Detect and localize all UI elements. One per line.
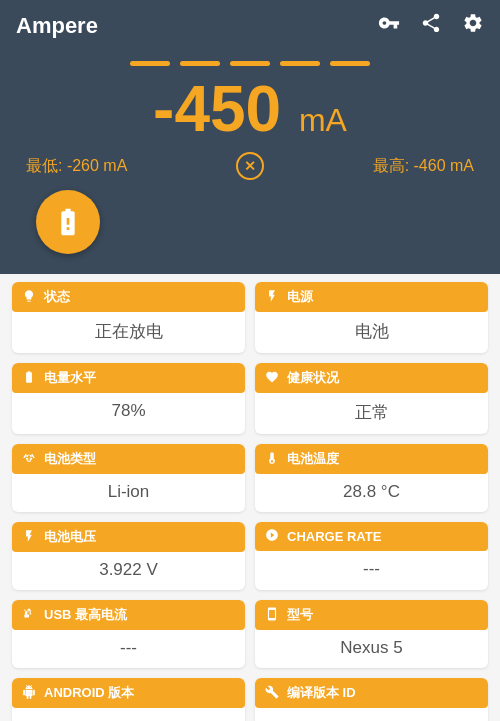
cell-battery-type-header: 电池类型	[12, 444, 245, 474]
cell-model: 型号 Nexus 5	[255, 600, 488, 668]
cell-usb-current: USB 最高电流 ---	[12, 600, 245, 668]
lightbulb-icon	[22, 289, 36, 306]
cell-temperature: 电池温度 28.8 °C	[255, 444, 488, 512]
info-grid: 状态 正在放电 电源 电池 电量水平 78%	[12, 282, 488, 721]
cell-status: 状态 正在放电	[12, 282, 245, 353]
cell-voltage-label: 电池电压	[44, 528, 96, 546]
minmax-row: 最低: -260 mA ✕ 最高: -460 mA	[16, 152, 484, 180]
cell-model-value: Nexus 5	[255, 630, 488, 668]
charge-rate-icon	[265, 528, 279, 545]
cell-battery-type-value: Li-ion	[12, 474, 245, 512]
cell-voltage-header: 电池电压	[12, 522, 245, 552]
current-unit: mA	[299, 102, 347, 138]
cell-temperature-header: 电池温度	[255, 444, 488, 474]
cell-usb-current-value: ---	[12, 630, 245, 668]
cell-health-header: 健康状况	[255, 363, 488, 393]
cell-android-version: ANDROID 版本	[12, 678, 245, 721]
cell-battery-level-header: 电量水平	[12, 363, 245, 393]
cell-build-id-label: 编译版本 ID	[287, 684, 356, 702]
dash-5	[330, 61, 370, 66]
app-header: Ampere	[0, 0, 500, 51]
share-icon[interactable]	[420, 12, 442, 39]
cell-usb-current-header: USB 最高电流	[12, 600, 245, 630]
dash-1	[130, 61, 170, 66]
bolt-icon	[22, 529, 36, 546]
phone-icon	[265, 607, 279, 624]
thermometer-icon	[265, 451, 279, 468]
cell-status-label: 状态	[44, 288, 70, 306]
battery-icon-circle	[36, 190, 100, 254]
dash-2	[180, 61, 220, 66]
recycle-icon	[22, 451, 36, 468]
cell-health-label: 健康状况	[287, 369, 339, 387]
signal-dashes	[16, 61, 484, 66]
cell-voltage-value: 3.922 V	[12, 552, 245, 590]
cell-battery-level-label: 电量水平	[44, 369, 96, 387]
power-icon	[265, 289, 279, 306]
cell-status-header: 状态	[12, 282, 245, 312]
cell-model-header: 型号	[255, 600, 488, 630]
android-icon	[22, 685, 36, 702]
key-icon[interactable]	[378, 12, 400, 39]
cell-temperature-label: 电池温度	[287, 450, 339, 468]
battery-level-icon	[22, 370, 36, 387]
cell-android-version-header: ANDROID 版本	[12, 678, 245, 708]
max-value: 最高: -460 mA	[373, 156, 474, 177]
battery-circle-container	[16, 190, 484, 254]
cell-charge-rate-header: CHARGE RATE	[255, 522, 488, 551]
current-value: -450	[153, 73, 281, 145]
cell-model-label: 型号	[287, 606, 313, 624]
minmax-divider-icon: ✕	[236, 152, 264, 180]
cell-status-value: 正在放电	[12, 312, 245, 353]
cell-usb-current-label: USB 最高电流	[44, 606, 127, 624]
cell-build-id-header: 编译版本 ID	[255, 678, 488, 708]
app-title: Ampere	[16, 13, 98, 39]
cell-android-version-label: ANDROID 版本	[44, 684, 134, 702]
cell-power-source-label: 电源	[287, 288, 313, 306]
cell-voltage: 电池电压 3.922 V	[12, 522, 245, 590]
cell-build-id: 编译版本 ID	[255, 678, 488, 721]
header-icon-group	[378, 12, 484, 39]
top-section: -450 mA 最低: -260 mA ✕ 最高: -460 mA	[0, 51, 500, 274]
cell-battery-type-label: 电池类型	[44, 450, 96, 468]
cell-android-version-value	[12, 708, 245, 721]
wrench-icon	[265, 685, 279, 702]
min-value: 最低: -260 mA	[26, 156, 127, 177]
cell-charge-rate-value: ---	[255, 551, 488, 589]
dash-3	[230, 61, 270, 66]
cell-health-value: 正常	[255, 393, 488, 434]
info-grid-section: 状态 正在放电 电源 电池 电量水平 78%	[0, 274, 500, 721]
cell-health: 健康状况 正常	[255, 363, 488, 434]
cell-temperature-value: 28.8 °C	[255, 474, 488, 512]
cell-power-source: 电源 电池	[255, 282, 488, 353]
cell-build-id-value	[255, 708, 488, 721]
usb-icon	[22, 607, 36, 624]
settings-icon[interactable]	[462, 12, 484, 39]
heart-icon	[265, 370, 279, 387]
cell-battery-type: 电池类型 Li-ion	[12, 444, 245, 512]
cell-power-source-header: 电源	[255, 282, 488, 312]
cell-power-source-value: 电池	[255, 312, 488, 353]
current-reading: -450 mA	[16, 74, 484, 144]
cell-charge-rate: CHARGE RATE ---	[255, 522, 488, 590]
cell-battery-level: 电量水平 78%	[12, 363, 245, 434]
cell-battery-level-value: 78%	[12, 393, 245, 431]
dash-4	[280, 61, 320, 66]
cell-charge-rate-label: CHARGE RATE	[287, 529, 381, 544]
